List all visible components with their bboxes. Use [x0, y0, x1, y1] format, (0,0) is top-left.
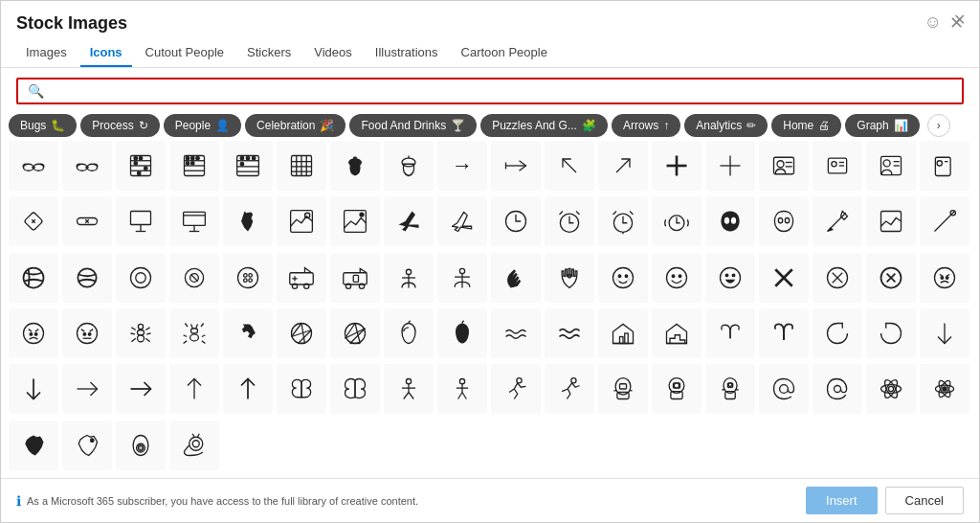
icon-plus-thin[interactable]	[705, 141, 755, 191]
tab-cutout-people[interactable]: Cutout People	[136, 39, 234, 67]
icon-aquarius2[interactable]	[545, 308, 594, 358]
icon-arrow-down2[interactable]	[9, 364, 58, 414]
icon-arrow-upright[interactable]	[598, 141, 648, 191]
icon-alarm2[interactable]	[598, 196, 648, 246]
icon-arrow-up2[interactable]	[223, 364, 273, 414]
category-next-arrow[interactable]: ›	[927, 114, 950, 137]
icon-abacus3[interactable]	[223, 141, 273, 191]
icon-contact-card3[interactable]	[866, 141, 916, 191]
category-graph[interactable]: Graph 📊	[845, 114, 919, 137]
icon-clock1[interactable]	[491, 196, 541, 246]
icon-hamsa[interactable]	[545, 253, 594, 303]
icon-aperture1[interactable]	[277, 308, 326, 358]
icon-person-running1[interactable]	[491, 364, 541, 414]
icon-australia2[interactable]	[62, 421, 112, 470]
icon-alarm1[interactable]	[545, 196, 594, 246]
icon-acorn-outline[interactable]	[384, 141, 434, 191]
tab-videos[interactable]: Videos	[304, 39, 362, 67]
category-analytics[interactable]: Analytics ✏	[684, 114, 768, 137]
category-home[interactable]: Home 🖨	[771, 114, 841, 137]
icon-yarn1[interactable]	[9, 253, 58, 303]
icon-landscape2[interactable]	[330, 196, 380, 246]
icon-ambulance2[interactable]	[330, 253, 380, 303]
icon-brain2[interactable]	[330, 364, 380, 414]
icon-abacus1[interactable]	[116, 141, 166, 191]
icon-billboard1[interactable]	[116, 196, 166, 246]
icon-house-chart[interactable]	[598, 308, 648, 358]
icon-3d-glasses-color[interactable]	[9, 141, 58, 191]
icon-atom1[interactable]	[866, 364, 916, 414]
icon-arrow-upleft[interactable]	[545, 141, 594, 191]
icon-anchor2[interactable]	[437, 253, 487, 303]
icon-tape1[interactable]	[116, 253, 166, 303]
icon-hand-wave[interactable]	[491, 253, 541, 303]
icon-rotate1[interactable]	[813, 308, 862, 358]
icon-contact-card2[interactable]	[813, 141, 862, 191]
icon-astronaut3[interactable]	[705, 364, 755, 414]
icon-x-circle[interactable]	[866, 253, 916, 303]
icon-astronaut1[interactable]	[598, 364, 648, 414]
icon-australia1[interactable]	[9, 421, 58, 470]
smiley-icon[interactable]: ☺	[924, 12, 942, 34]
icon-smiley-happy[interactable]	[652, 253, 702, 303]
icon-neutral-face[interactable]	[62, 308, 112, 358]
icon-house-chart2[interactable]	[652, 308, 702, 358]
icon-at1[interactable]	[759, 364, 809, 414]
category-celebration[interactable]: Celebration 🎉	[245, 114, 345, 137]
icon-aperture2[interactable]	[330, 308, 380, 358]
icon-plane1[interactable]	[384, 196, 434, 246]
icon-person-running2[interactable]	[545, 364, 594, 414]
icon-astronaut2[interactable]	[652, 364, 702, 414]
icon-snail[interactable]	[169, 421, 219, 470]
icon-vibrate-alarm[interactable]	[652, 196, 702, 246]
search-input[interactable]	[52, 83, 952, 99]
icon-placeholder1[interactable]	[920, 141, 969, 191]
icon-abacus2[interactable]	[169, 141, 219, 191]
icon-yarn2[interactable]	[62, 253, 112, 303]
tab-cartoon-people[interactable]: Cartoon People	[452, 39, 557, 67]
tab-illustrations[interactable]: Illustrations	[366, 39, 448, 67]
icon-person-standing1[interactable]	[384, 364, 434, 414]
icon-contact-card1[interactable]	[759, 141, 809, 191]
insert-button[interactable]: Insert	[806, 487, 878, 514]
icon-needle2[interactable]	[920, 196, 969, 246]
icon-ambulance1[interactable]	[277, 253, 326, 303]
icon-ant[interactable]	[116, 308, 166, 358]
icon-dots-grid[interactable]	[277, 141, 326, 191]
icon-placeholder3[interactable]	[813, 253, 862, 303]
icon-acorn-solid[interactable]	[330, 141, 380, 191]
tab-images[interactable]: Images	[16, 39, 77, 67]
icon-aquarius1[interactable]	[491, 308, 541, 358]
close-icon[interactable]: ✕	[953, 11, 966, 29]
category-puzzles[interactable]: Puzzles And G... 🧩	[480, 114, 608, 137]
category-bugs[interactable]: Bugs 🐛	[9, 114, 77, 137]
icon-avocado1[interactable]	[116, 421, 166, 470]
icon-spider[interactable]	[169, 308, 219, 358]
icon-landscape1[interactable]	[277, 196, 326, 246]
icon-alien-outline[interactable]	[759, 196, 809, 246]
icon-button-sewing[interactable]	[223, 253, 273, 303]
icon-at2[interactable]	[813, 364, 862, 414]
icon-alien-solid[interactable]	[705, 196, 755, 246]
tab-icons[interactable]: Icons	[80, 39, 132, 67]
category-arrows[interactable]: Arrows ↑	[612, 114, 680, 137]
icon-arrow-right2[interactable]	[491, 141, 541, 191]
icon-needle[interactable]	[813, 196, 862, 246]
icon-bandage-diag[interactable]	[9, 196, 58, 246]
icon-africa[interactable]	[223, 196, 273, 246]
category-food-drinks[interactable]: Food And Drinks 🍸	[349, 114, 477, 137]
category-people[interactable]: People 👤	[164, 114, 241, 137]
category-process[interactable]: Process ↻	[80, 114, 159, 137]
icon-arrow-right3[interactable]	[62, 364, 112, 414]
icon-aries2[interactable]	[759, 308, 809, 358]
icon-arrow-down1[interactable]	[920, 308, 969, 358]
cancel-button[interactable]: Cancel	[885, 487, 964, 514]
icon-angry-face[interactable]	[920, 253, 969, 303]
icon-billboard2[interactable]	[169, 196, 219, 246]
icon-person-standing2[interactable]	[437, 364, 487, 414]
icon-apple2[interactable]	[437, 308, 487, 358]
icon-smiley-laugh[interactable]	[705, 253, 755, 303]
icon-aries[interactable]	[705, 308, 755, 358]
icon-3d-glasses-outline[interactable]	[62, 141, 112, 191]
icon-antarctica[interactable]	[223, 308, 273, 358]
